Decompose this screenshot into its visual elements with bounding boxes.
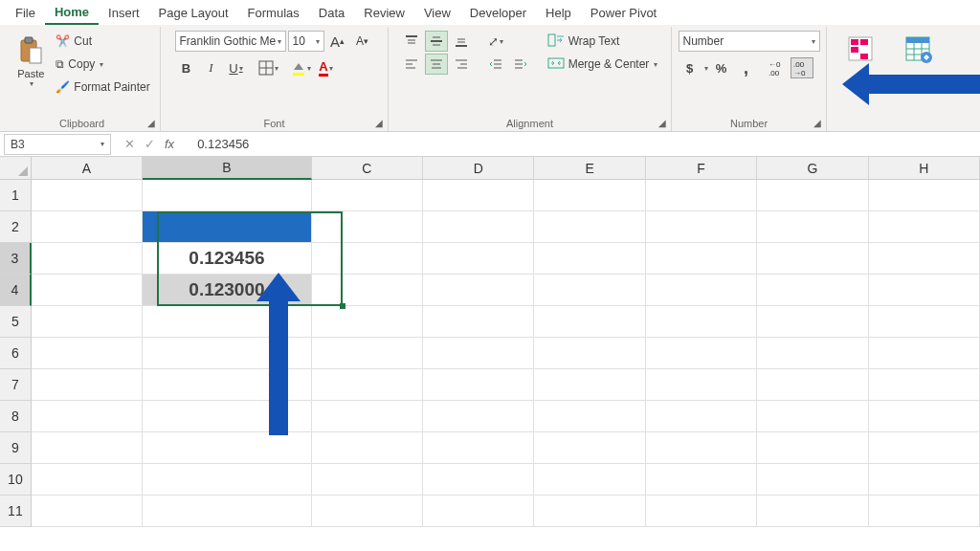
cell-H4[interactable] (869, 275, 980, 306)
orientation-icon[interactable]: ⤢▾ (484, 31, 507, 52)
format-painter-button[interactable]: 🖌️ Format Painter (54, 77, 151, 98)
cell-H11[interactable] (869, 496, 980, 527)
accounting-format-button[interactable]: $ (679, 57, 702, 78)
cell-F4[interactable] (646, 275, 757, 306)
col-header-d[interactable]: D (423, 157, 534, 180)
col-header-b[interactable]: B (143, 157, 311, 180)
cell-E5[interactable] (534, 306, 645, 338)
cell-H6[interactable] (869, 338, 980, 369)
cell-E9[interactable] (534, 432, 645, 464)
cell-F3[interactable] (646, 243, 757, 275)
comma-style-button[interactable]: , (735, 57, 758, 78)
cell-A10[interactable] (32, 464, 143, 496)
fill-handle[interactable] (340, 303, 345, 309)
cell-F9[interactable] (646, 432, 757, 464)
dialog-launcher-icon[interactable]: ◢ (145, 116, 158, 129)
cell-A2[interactable] (32, 211, 143, 243)
cell-D4[interactable] (423, 275, 534, 306)
enter-icon[interactable]: ✓ (145, 137, 155, 151)
tab-home[interactable]: Home (45, 1, 99, 25)
cell-A8[interactable] (32, 401, 143, 432)
col-header-e[interactable]: E (534, 157, 645, 180)
cell-G6[interactable] (757, 338, 868, 369)
cell-C6[interactable] (312, 338, 423, 369)
cell-B4[interactable]: 0.123000 (143, 275, 311, 306)
row-header[interactable]: 5 (0, 306, 32, 338)
cut-button[interactable]: ✂️ Cut (54, 31, 151, 52)
cell-G11[interactable] (757, 496, 868, 527)
cell-G10[interactable] (757, 464, 868, 496)
cell-B5[interactable] (143, 306, 311, 338)
cell-E6[interactable] (534, 338, 645, 369)
row-header[interactable]: 8 (0, 401, 32, 432)
cell-E10[interactable] (534, 464, 645, 496)
cell-H10[interactable] (869, 464, 980, 496)
fx-icon[interactable]: fx (165, 137, 174, 151)
select-all-corner[interactable] (0, 157, 32, 180)
align-bottom-icon[interactable] (450, 31, 473, 52)
row-header[interactable]: 4 (0, 275, 32, 306)
increase-indent-icon[interactable] (509, 54, 532, 75)
align-center-icon[interactable] (425, 54, 448, 75)
cell-B11[interactable] (143, 496, 311, 527)
cell-G8[interactable] (757, 401, 868, 432)
cell-C2[interactable] (312, 211, 423, 243)
cell-E3[interactable] (534, 243, 645, 275)
cancel-icon[interactable]: ✕ (124, 137, 135, 151)
col-header-c[interactable]: C (312, 157, 423, 180)
font-name-select[interactable]: Franklin Gothic Me▾ (175, 31, 286, 52)
cell-H3[interactable] (869, 243, 980, 275)
cell-D7[interactable] (423, 369, 534, 401)
cell-C8[interactable] (312, 401, 423, 432)
cell-C7[interactable] (312, 369, 423, 401)
cell-F8[interactable] (646, 401, 757, 432)
cell-D5[interactable] (423, 306, 534, 338)
cell-A3[interactable] (32, 243, 143, 275)
tab-insert[interactable]: Insert (99, 2, 149, 24)
cell-B6[interactable] (143, 338, 311, 369)
dialog-launcher-icon[interactable]: ◢ (372, 116, 386, 129)
chevron-down-icon[interactable]: ▾ (704, 64, 708, 73)
row-header[interactable]: 9 (0, 432, 32, 464)
tab-page-layout[interactable]: Page Layout (149, 2, 238, 24)
cell-F1[interactable] (646, 180, 757, 211)
cell-E11[interactable] (534, 496, 645, 527)
tab-help[interactable]: Help (536, 2, 581, 24)
col-header-a[interactable]: A (32, 157, 143, 180)
tab-developer[interactable]: Developer (460, 2, 536, 24)
cell-H9[interactable] (869, 432, 980, 464)
cell-F5[interactable] (646, 306, 757, 338)
bold-button[interactable]: B (175, 57, 198, 78)
cell-G2[interactable] (757, 211, 868, 243)
font-color-button[interactable]: A▾ (315, 57, 338, 78)
cell-C10[interactable] (312, 464, 423, 496)
cell-B7[interactable] (143, 369, 311, 401)
row-header[interactable]: 6 (0, 338, 32, 369)
cell-D2[interactable] (423, 211, 534, 243)
merge-center-button[interactable]: Merge & Center ▾ (546, 54, 660, 75)
decrease-indent-icon[interactable] (484, 54, 507, 75)
copy-button[interactable]: ⧉ Copy ▾ (54, 54, 151, 75)
cell-C3[interactable] (312, 243, 423, 275)
cell-F10[interactable] (646, 464, 757, 496)
name-box[interactable]: B3▾ (4, 134, 111, 155)
cell-D10[interactable] (423, 464, 534, 496)
fill-color-button[interactable]: ▾ (290, 57, 313, 78)
col-header-h[interactable]: H (869, 157, 980, 180)
dialog-launcher-icon[interactable]: ◢ (811, 116, 824, 129)
tab-formulas[interactable]: Formulas (238, 2, 309, 24)
row-header[interactable]: 10 (0, 464, 32, 496)
col-header-f[interactable]: F (646, 157, 757, 180)
cell-F6[interactable] (646, 338, 757, 369)
cell-A1[interactable] (32, 180, 143, 211)
row-header[interactable]: 2 (0, 211, 32, 243)
cell-D3[interactable] (423, 243, 534, 275)
font-size-select[interactable]: 10▾ (288, 31, 324, 52)
conditional-formatting-icon[interactable] (846, 34, 875, 66)
cell-B8[interactable] (143, 401, 311, 432)
tab-power-pivot[interactable]: Power Pivot (581, 2, 666, 24)
cell-A5[interactable] (32, 306, 143, 338)
chevron-down-icon[interactable]: ▾ (100, 140, 104, 148)
cell-B9[interactable] (143, 432, 311, 464)
cell-D6[interactable] (423, 338, 534, 369)
